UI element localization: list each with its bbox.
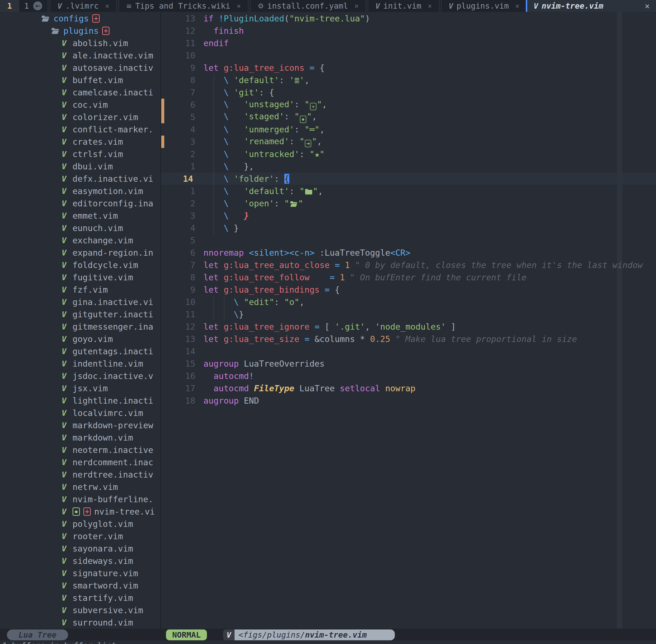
code-line[interactable]: 15augroup LuaTreeOverrides [161, 358, 656, 370]
sidebar-item-autosave-inactiv[interactable]: Vautosave.inactiv [0, 62, 160, 74]
sidebar-item-colorizer-vim[interactable]: Vcolorizer.vim [0, 111, 160, 123]
code-line[interactable]: 8 \ 'default': '≣', [161, 74, 656, 86]
sidebar-item-markdown-vim[interactable]: Vmarkdown.vim [0, 432, 160, 444]
sidebar-item-configs[interactable]: configs+ [0, 12, 160, 25]
code-line[interactable]: 13if !PluginLoaded("nvim-tree.lua") [161, 12, 656, 25]
sidebar-item-nerdtree-inactiv[interactable]: Vnerdtree.inactiv [0, 468, 160, 481]
code-line[interactable]: 8let g:lua_tree_follow = 1 " On bufEnter… [161, 271, 656, 283]
code-line[interactable]: 14 \ 'folder': { [161, 172, 656, 185]
code-line[interactable]: 10 \ "edit": "o", [161, 296, 656, 308]
code-line[interactable]: 4 \ 'unmerged': "═", [161, 123, 656, 136]
sidebar-item-surround-vim[interactable]: Vsurround.vim [0, 616, 160, 629]
code-line[interactable]: 18augroup END [161, 394, 656, 407]
buffer-tab-init-vim[interactable]: Vinit.vim× [369, 0, 438, 12]
buffer-tab--lvimrc[interactable]: V.lvimrc× [51, 0, 116, 12]
buffer-tab-tips-and-tricks-wiki[interactable]: ≡Tips and Tricks.wiki× [120, 0, 247, 12]
back-arrow-icon[interactable]: ← [33, 1, 42, 10]
sidebar-item-sideways-vim[interactable]: Vsideways.vim [0, 555, 160, 567]
sidebar-item-lightline-inacti[interactable]: Vlightline.inacti [0, 394, 160, 407]
code-line[interactable]: 9let g:lua_tree_bindings = { [161, 283, 656, 296]
code-line[interactable]: 11endif [161, 37, 656, 49]
sidebar-item-nvim-tree-vi[interactable]: V●+nvim-tree.vi [0, 505, 160, 518]
code-line[interactable]: 1 \ }, [161, 160, 656, 172]
code-line[interactable]: 13let g:lua_tree_size = &columns * 0.25 … [161, 333, 656, 345]
sidebar-item-emmet-vim[interactable]: Vemmet.vim [0, 210, 160, 222]
sidebar-item-coc-vim[interactable]: Vcoc.vim [0, 99, 160, 111]
close-icon[interactable]: × [237, 2, 241, 10]
sidebar-item-polyglot-vim[interactable]: Vpolyglot.vim [0, 518, 160, 530]
buffer-tab-nvim-tree-vim[interactable]: Vnvim-tree.vim✕ [526, 0, 656, 12]
code-line[interactable]: 6nnoremap <silent><c-n> :LuaTreeToggle<C… [161, 247, 656, 259]
sidebar-item-easymotion-vim[interactable]: Veasymotion.vim [0, 185, 160, 197]
sidebar-item-neoterm-inactive[interactable]: Vneoterm.inactive [0, 444, 160, 456]
code-line[interactable]: 16 autocmd! [161, 370, 656, 382]
sidebar-item-jsx-vim[interactable]: Vjsx.vim [0, 382, 160, 394]
code-line[interactable]: 1 \ 'default': "", [161, 185, 656, 197]
sidebar-item-fzf-vim[interactable]: Vfzf.vim [0, 283, 160, 296]
sidebar-item-smartword-vim[interactable]: Vsmartword.vim [0, 579, 160, 592]
code-line[interactable]: 5 [161, 234, 656, 247]
sidebar-item-fugitive-vim[interactable]: Vfugitive.vim [0, 271, 160, 283]
buffer-tab-install-conf-yaml[interactable]: ⚙install.conf.yaml× [251, 0, 365, 12]
code-line[interactable]: 3 \ } [161, 210, 656, 222]
sidebar-item-conflict-marker-[interactable]: Vconflict-marker. [0, 123, 160, 136]
sidebar-item-netrw-vim[interactable]: Vnetrw.vim [0, 481, 160, 493]
sidebar-item-ale-inactive-vim[interactable]: Vale.inactive.vim [0, 49, 160, 62]
buffer-tab-plugins-vim[interactable]: Vplugins.vim× [442, 0, 526, 12]
sidebar-item-indentline-vim[interactable]: Vindentline.vim [0, 358, 160, 370]
code-line[interactable]: 9let g:lua_tree_icons = { [161, 62, 656, 74]
code-line[interactable]: 2 \ 'open': "" [161, 197, 656, 210]
list-icon: ≡ [126, 2, 132, 10]
sidebar-item-jsdoc-inactive-v[interactable]: Vjsdoc.inactive.v [0, 370, 160, 382]
code-line[interactable]: 2 \ 'untracked': "★" [161, 148, 656, 160]
sidebar-item-rooter-vim[interactable]: Vrooter.vim [0, 530, 160, 543]
sidebar-item-ctrlsf-vim[interactable]: Vctrlsf.vim [0, 148, 160, 160]
sidebar-item-gitmessenger-ina[interactable]: Vgitmessenger.ina [0, 321, 160, 333]
sidebar-item-startify-vim[interactable]: Vstartify.vim [0, 592, 160, 604]
sidebar-item-crates-vim[interactable]: Vcrates.vim [0, 136, 160, 148]
sidebar-item-eunuch-vim[interactable]: Veunuch.vim [0, 222, 160, 234]
code-line[interactable]: 17 autocmd FileType LuaTree setlocal now… [161, 382, 656, 394]
line-number: 18 [166, 396, 200, 406]
code-line[interactable]: 12 finish [161, 25, 656, 37]
sidebar-item-markdown-preview[interactable]: Vmarkdown-preview [0, 419, 160, 432]
add-file-icon[interactable]: + [92, 14, 99, 23]
close-icon[interactable]: × [515, 2, 519, 10]
sidebar-item-signature-vim[interactable]: Vsignature.vim [0, 567, 160, 579]
code-line[interactable]: 10 [161, 49, 656, 62]
code-line[interactable]: 11 \} [161, 308, 656, 321]
sidebar-item-goyo-vim[interactable]: Vgoyo.vim [0, 333, 160, 345]
close-icon[interactable]: × [428, 2, 432, 10]
editor-pane[interactable]: 13if !PluginLoaded("nvim-tree.lua")12 fi… [161, 12, 656, 629]
code-line[interactable]: 5 \ 'staged': "●", [161, 111, 656, 123]
sidebar-item-plugins[interactable]: plugins+ [0, 25, 160, 37]
sidebar-item-subversive-vim[interactable]: Vsubversive.vim [0, 604, 160, 616]
add-file-icon[interactable]: + [102, 27, 110, 35]
sidebar-item-gutentags-inacti[interactable]: Vgutentags.inacti [0, 345, 160, 358]
sidebar-item-dbui-vim[interactable]: Vdbui.vim [0, 160, 160, 172]
sidebar-item-exchange-vim[interactable]: Vexchange.vim [0, 234, 160, 247]
sidebar-item-gitgutter-inacti[interactable]: Vgitgutter.inacti [0, 308, 160, 321]
code-line[interactable]: 4 \ } [161, 222, 656, 234]
code-line[interactable]: 7 \ 'git': { [161, 86, 656, 99]
close-icon[interactable]: × [354, 2, 359, 10]
code-line[interactable]: 6 \ 'unstaged': "+", [161, 99, 656, 111]
sidebar-item-sayonara-vim[interactable]: Vsayonara.vim [0, 543, 160, 555]
code-line[interactable]: 12let g:lua_tree_ignore = [ '.git', 'nod… [161, 321, 656, 333]
sidebar-item-defx-inactive-vi[interactable]: Vdefx.inactive.vi [0, 172, 160, 185]
sidebar-item-nerdcomment-inac[interactable]: Vnerdcomment.inac [0, 456, 160, 468]
sidebar-item-localvimrc-vim[interactable]: Vlocalvimrc.vim [0, 407, 160, 419]
sidebar-item-gina-inactive-vi[interactable]: Vgina.inactive.vi [0, 296, 160, 308]
sidebar-item-foldcycle-vim[interactable]: Vfoldcycle.vim [0, 259, 160, 271]
sidebar-item-editorconfig-ina[interactable]: Veditorconfig.ina [0, 197, 160, 210]
sidebar-item-camelcase-inacti[interactable]: Vcamelcase.inacti [0, 86, 160, 99]
code-line[interactable]: 3 \ 'renamed': "➜", [161, 136, 656, 148]
code-line[interactable]: 14 [161, 345, 656, 358]
sidebar-item-buffet-vim[interactable]: Vbuffet.vim [0, 74, 160, 86]
close-icon[interactable]: ✕ [645, 1, 650, 10]
sidebar-item-expand-region-in[interactable]: Vexpand-region.in [0, 247, 160, 259]
code-line[interactable]: 7let g:lua_tree_auto_close = 1 " 0 by de… [161, 259, 656, 271]
sidebar-item-nvim-bufferline-[interactable]: Vnvim-bufferline. [0, 493, 160, 505]
close-icon[interactable]: × [105, 2, 109, 10]
sidebar-item-abolish-vim[interactable]: Vabolish.vim [0, 37, 160, 49]
